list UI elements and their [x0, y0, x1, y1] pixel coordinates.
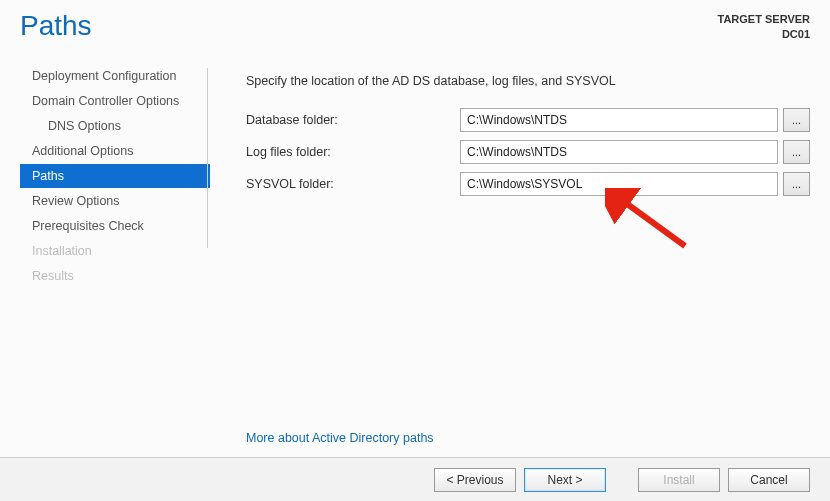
sidebar-item-paths[interactable]: Paths	[20, 164, 210, 188]
content-pane: Specify the location of the AD DS databa…	[210, 54, 830, 437]
form-row-database-folder: Database folder:...	[246, 108, 810, 132]
sidebar-item-additional-options[interactable]: Additional Options	[20, 139, 210, 163]
page-title: Paths	[20, 10, 92, 42]
description-text: Specify the location of the AD DS databa…	[246, 74, 810, 88]
next-button[interactable]: Next >	[524, 468, 606, 492]
sysvol-folder-browse-button[interactable]: ...	[783, 172, 810, 196]
sidebar: Deployment ConfigurationDomain Controlle…	[0, 54, 210, 437]
sidebar-item-deployment-configuration[interactable]: Deployment Configuration	[20, 64, 210, 88]
sysvol-folder-label: SYSVOL folder:	[246, 177, 460, 191]
sidebar-divider	[207, 68, 208, 248]
database-folder-input[interactable]	[460, 108, 778, 132]
previous-button[interactable]: < Previous	[434, 468, 516, 492]
sidebar-item-dns-options[interactable]: DNS Options	[20, 114, 210, 138]
sidebar-item-review-options[interactable]: Review Options	[20, 189, 210, 213]
sidebar-item-results: Results	[20, 264, 210, 288]
logfiles-folder-input[interactable]	[460, 140, 778, 164]
sidebar-item-installation: Installation	[20, 239, 210, 263]
target-server-info: TARGET SERVER DC01	[718, 10, 811, 42]
target-server-label: TARGET SERVER	[718, 12, 811, 27]
logfiles-folder-browse-button[interactable]: ...	[783, 140, 810, 164]
target-server-name: DC01	[718, 27, 811, 42]
cancel-button[interactable]: Cancel	[728, 468, 810, 492]
sysvol-folder-input[interactable]	[460, 172, 778, 196]
database-folder-browse-button[interactable]: ...	[783, 108, 810, 132]
logfiles-folder-label: Log files folder:	[246, 145, 460, 159]
more-about-link[interactable]: More about Active Directory paths	[246, 431, 434, 445]
form-row-logfiles-folder: Log files folder:...	[246, 140, 810, 164]
sidebar-item-prerequisites-check[interactable]: Prerequisites Check	[20, 214, 210, 238]
form-row-sysvol-folder: SYSVOL folder:...	[246, 172, 810, 196]
button-bar: < Previous Next > Install Cancel	[0, 457, 830, 501]
sidebar-item-domain-controller-options[interactable]: Domain Controller Options	[20, 89, 210, 113]
install-button[interactable]: Install	[638, 468, 720, 492]
database-folder-label: Database folder:	[246, 113, 460, 127]
